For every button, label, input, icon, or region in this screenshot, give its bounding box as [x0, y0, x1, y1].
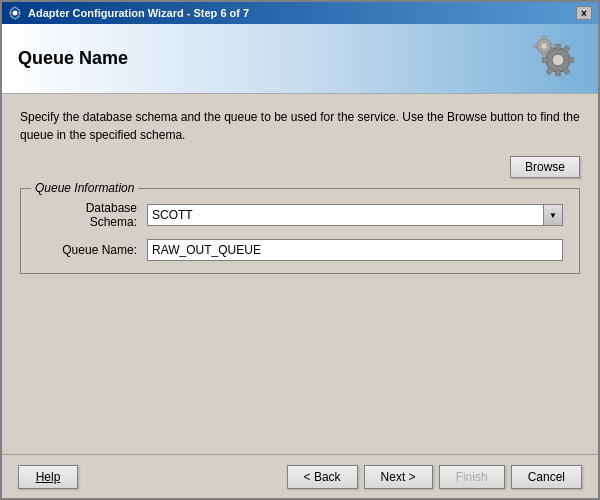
header-area: Queue Name: [2, 24, 598, 94]
database-schema-wrapper: SCOTT ▼: [147, 204, 563, 226]
database-schema-row: Database Schema: SCOTT ▼: [37, 201, 563, 229]
queue-information-group: Queue Information Database Schema: SCOTT…: [20, 188, 580, 274]
queue-name-row: Queue Name:: [37, 239, 563, 261]
header-gear-icon: [528, 32, 588, 87]
svg-rect-3: [556, 44, 561, 50]
svg-rect-16: [534, 45, 538, 48]
svg-rect-4: [556, 70, 561, 76]
title-bar-text: Adapter Configuration Wizard - Step 6 of…: [28, 7, 249, 19]
cancel-button[interactable]: Cancel: [511, 465, 582, 489]
title-bar: Adapter Configuration Wizard - Step 6 of…: [2, 2, 598, 24]
svg-rect-13: [543, 36, 546, 40]
queue-name-input[interactable]: [147, 239, 563, 261]
next-button[interactable]: Next >: [364, 465, 433, 489]
footer-right-buttons: < Back Next > Finish Cancel: [287, 465, 582, 489]
title-bar-left: Adapter Configuration Wizard - Step 6 of…: [8, 6, 249, 20]
database-schema-label: Database Schema:: [37, 201, 147, 229]
svg-point-12: [541, 43, 548, 50]
page-title: Queue Name: [18, 48, 128, 69]
svg-point-2: [552, 54, 564, 66]
svg-point-0: [13, 11, 18, 16]
svg-rect-15: [550, 45, 554, 48]
footer: Help < Back Next > Finish Cancel: [2, 454, 598, 498]
svg-rect-14: [543, 52, 546, 56]
queue-name-label: Queue Name:: [37, 243, 147, 257]
browse-row: Browse: [20, 156, 580, 178]
close-button[interactable]: ×: [576, 6, 592, 20]
database-schema-select[interactable]: SCOTT: [147, 204, 563, 226]
svg-rect-6: [542, 58, 548, 63]
svg-rect-5: [568, 58, 574, 63]
content-area: Specify the database schema and the queu…: [2, 94, 598, 454]
finish-button[interactable]: Finish: [439, 465, 505, 489]
back-button[interactable]: < Back: [287, 465, 358, 489]
group-box-legend: Queue Information: [31, 181, 138, 195]
footer-left-buttons: Help: [18, 465, 78, 489]
help-button[interactable]: Help: [18, 465, 78, 489]
description-text: Specify the database schema and the queu…: [20, 108, 580, 144]
title-gear-icon: [8, 6, 22, 20]
browse-button[interactable]: Browse: [510, 156, 580, 178]
wizard-window: Adapter Configuration Wizard - Step 6 of…: [0, 0, 600, 500]
